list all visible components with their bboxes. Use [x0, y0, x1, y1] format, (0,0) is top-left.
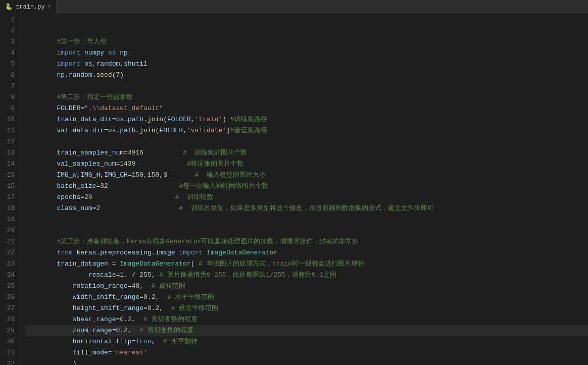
var-epochs: epochs [57, 193, 80, 201]
fn-join-2: join [139, 127, 155, 134]
kw-from: from [57, 249, 72, 256]
kw-import-3: import [179, 249, 203, 256]
line-num-2: 2 [4, 25, 15, 36]
cm-batch-size: #每一次输入神经网络图片个数 [179, 182, 268, 190]
tab-label: train.py [16, 4, 45, 11]
line-num-5: 5 [4, 59, 15, 70]
code-line-1 [25, 14, 588, 25]
var-np: np [57, 71, 65, 79]
file-icon: 🐍 [5, 3, 13, 11]
var-train-samples: train_samples_num [57, 149, 124, 157]
bool-true: True [135, 338, 151, 345]
str-nearest: 'nearest' [112, 349, 148, 356]
line-num-12: 12 [4, 136, 15, 147]
code-line-7: #第二步：指定一些超参数 [25, 81, 588, 92]
line-num-17: 17 [4, 192, 15, 203]
cm-shear: # 剪切变换的程度 [143, 316, 198, 323]
fn-join-1: join [148, 116, 163, 123]
num-150-2: 150 [148, 171, 159, 179]
line-num-10: 10 [4, 114, 15, 125]
cm-hflip: # 水平翻转 [163, 338, 198, 345]
var-val-samples: val_samples_num [57, 160, 116, 168]
num-rescale-255: 255 [139, 271, 151, 279]
mod-preprocessing: preprocessing [100, 249, 151, 256]
var-img-ch: IMG_CH [104, 171, 128, 179]
cls-imagedatagenerator: ImageDataGenerator [207, 249, 277, 256]
cm-width-shift: # 水平平移范围 [167, 293, 215, 301]
num-150-1: 150 [132, 171, 143, 179]
cm-train-samples: # 训练集的图片个数 [183, 149, 247, 157]
comment-step1: #第一步：导入包 [57, 38, 107, 45]
alias-np: np [120, 49, 128, 57]
line-num-13: 13 [4, 147, 15, 159]
line-num-25: 25 [4, 281, 15, 292]
line-num-15: 15 [4, 170, 15, 181]
var-folder: FOLDER [57, 105, 80, 112]
cm-epochs: # 训练轮数 [175, 193, 213, 201]
param-rotation: rotation_range [73, 282, 128, 290]
cm-train-path: #训练集路径 [230, 116, 267, 123]
line-num-29: 29 [4, 325, 15, 336]
tab-train-py[interactable]: 🐍 train.py × [0, 0, 57, 14]
line-num-18: 18 [4, 203, 15, 214]
num-width-shift: 0.2 [143, 293, 155, 301]
line-num-3: 3 [4, 36, 15, 47]
var-img-h: IMG_H [80, 171, 100, 179]
param-fill-mode: fill_mode [73, 349, 108, 356]
ref-path-2: path [120, 127, 135, 134]
fn-seed: seed [96, 71, 112, 79]
cm-class-num: # 训练的类别，如果是多类别将这个修改，在按照猫狗数据集的形式，建立文件夹即可 [179, 204, 433, 212]
cm-rescale: # 图片像素值为0-255，此处都乘以1/255，调整到0-1之间 [159, 271, 336, 279]
param-shear: shear_range [73, 316, 116, 323]
str-folder-path: ".\\dataset_default" [84, 105, 163, 112]
cls-idg-call: ImageDataGenerator [120, 260, 190, 268]
line-numbers: 1 2 3 4 5 6 7 8 9 10 11 12 13 14 15 16 1… [0, 14, 21, 365]
line-num-4: 4 [4, 47, 15, 59]
cm-datagen: # 单张图片的处理方式，train时一般都会进行图片增强 [199, 260, 364, 268]
editor-area[interactable]: 1 2 3 4 5 6 7 8 9 10 11 12 13 14 15 16 1… [0, 14, 588, 365]
code-line-12: train_samples_num=4916 # 训练集的图片个数 [25, 136, 588, 147]
cm-zoom: # 剪切变换的程度 [139, 327, 193, 334]
num-1439: 1439 [120, 160, 135, 168]
line-num-23: 23 [4, 258, 15, 270]
line-num-1: 1 [4, 14, 15, 25]
str-train: 'train' [195, 116, 223, 123]
code-line-3: import numpy as np [25, 36, 588, 47]
line-num-27: 27 [4, 303, 15, 314]
code-line-32 [25, 358, 588, 365]
var-val-data-dir: val_data_dir [57, 127, 104, 134]
line-num-32: 32 [4, 358, 15, 365]
var-train-datagen: train_datagen [57, 260, 108, 268]
ref-path: path [128, 116, 143, 123]
var-img-dims: IMG_W [57, 171, 76, 179]
line-num-22: 22 [4, 247, 15, 258]
code-content[interactable]: #第一步：导入包 import numpy as np import os,ra… [21, 14, 588, 365]
line-num-28: 28 [4, 314, 15, 325]
comment-step2: #第二步：指定一些超参数 [57, 93, 133, 101]
close-tab-button[interactable]: × [48, 4, 51, 10]
line-num-20: 20 [4, 225, 15, 236]
num-height-shift: 0.2 [148, 304, 159, 312]
ref-folder-2: FOLDER [159, 127, 183, 134]
line-num-31: 31 [4, 347, 15, 358]
line-num-19: 19 [4, 214, 15, 225]
cm-val-samples: #验证集的图片个数 [187, 160, 243, 168]
param-hflip: horizontal_flip [73, 338, 132, 345]
cm-val-path: #验证集路径 [230, 127, 267, 134]
num-shear: 0.2 [120, 316, 131, 323]
cm-rotation: # 旋转范围 [152, 282, 186, 290]
line-num-21: 21 [4, 236, 15, 247]
mod-os: os [84, 60, 92, 68]
kw-as-1: as [108, 49, 116, 57]
num-20: 20 [84, 193, 92, 201]
code-line-19 [25, 214, 588, 225]
line-num-9: 9 [4, 103, 15, 114]
mod-random: random [96, 60, 120, 68]
num-3: 3 [163, 171, 167, 179]
mod-numpy: numpy [84, 49, 104, 57]
tab-bar: 🐍 train.py × [0, 0, 588, 14]
num-rotation: 40 [132, 282, 140, 290]
code-line-2: #第一步：导入包 [25, 25, 588, 36]
param-zoom: zoom_range [73, 327, 112, 334]
mod-shutil: shutil [124, 60, 148, 68]
